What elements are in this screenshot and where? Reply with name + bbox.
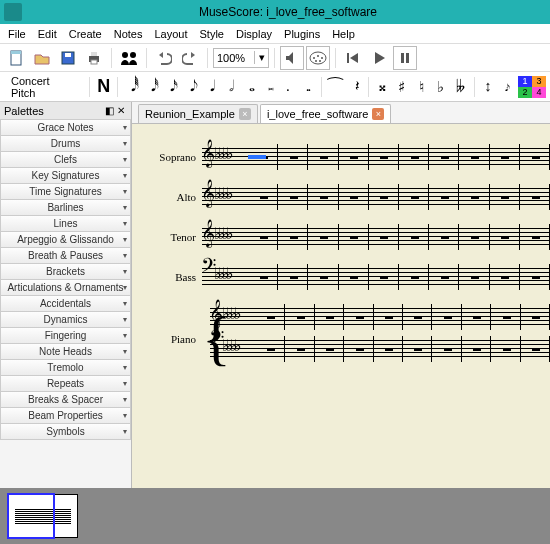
palette-time-signatures[interactable]: Time Signatures▾ xyxy=(0,184,131,200)
app-icon xyxy=(4,3,22,21)
palette-grace-notes[interactable]: Grace Notes▾ xyxy=(0,120,131,136)
menu-plugins[interactable]: Plugins xyxy=(278,26,326,42)
close-icon[interactable]: × xyxy=(372,108,384,120)
chevron-down-icon: ▾ xyxy=(123,139,127,148)
palette-note-heads[interactable]: Note Heads▾ xyxy=(0,344,131,360)
zoom-combo[interactable]: ▾ xyxy=(213,48,269,68)
palette-breath-pauses[interactable]: Breath & Pauses▾ xyxy=(0,248,131,264)
voice-2[interactable]: 2 xyxy=(518,87,532,98)
duration-32nd[interactable]: 𝅘𝅥𝅰 xyxy=(141,75,160,99)
palette-lines[interactable]: Lines▾ xyxy=(0,216,131,232)
community-button[interactable] xyxy=(117,46,141,70)
chevron-down-icon: ▾ xyxy=(123,411,127,420)
titlebar: MuseScore: i_love_free_software xyxy=(0,0,550,24)
print-button[interactable] xyxy=(82,46,106,70)
midi-button[interactable] xyxy=(306,46,330,70)
chevron-down-icon: ▾ xyxy=(123,171,127,180)
new-file-button[interactable] xyxy=(4,46,28,70)
sound-button[interactable] xyxy=(280,46,304,70)
palette-beam-properties[interactable]: Beam Properties▾ xyxy=(0,408,131,424)
svg-point-8 xyxy=(130,52,136,58)
svg-rect-15 xyxy=(347,53,349,63)
sharp-button[interactable]: ♯ xyxy=(392,75,411,99)
concert-pitch-button[interactable]: Concert Pitch xyxy=(4,72,79,102)
natural-button[interactable]: ♮ xyxy=(412,75,431,99)
svg-rect-1 xyxy=(11,51,21,54)
palette-clefs[interactable]: Clefs▾ xyxy=(0,152,131,168)
undo-button[interactable] xyxy=(152,46,176,70)
palette-accidentals[interactable]: Accidentals▾ xyxy=(0,296,131,312)
rewind-button[interactable] xyxy=(341,46,365,70)
chevron-down-icon: ▾ xyxy=(123,379,127,388)
note-input-button[interactable]: N xyxy=(94,75,113,99)
open-file-button[interactable] xyxy=(30,46,54,70)
palettes-undock-icon[interactable]: ◧ xyxy=(103,105,115,117)
palette-brackets[interactable]: Brackets▾ xyxy=(0,264,131,280)
appoggiatura-button[interactable]: 𝆔 xyxy=(498,75,517,99)
palette-symbols[interactable]: Symbols▾ xyxy=(0,424,131,440)
double-dot-button[interactable]: .. xyxy=(298,75,317,99)
duration-half[interactable]: 𝅗𝅥 xyxy=(220,75,239,99)
palette-repeats[interactable]: Repeats▾ xyxy=(0,376,131,392)
voice-1[interactable]: 1 xyxy=(518,76,532,87)
chevron-down-icon: ▾ xyxy=(123,187,127,196)
play-button[interactable] xyxy=(367,46,391,70)
dot-button[interactable]: . xyxy=(279,75,298,99)
menu-help[interactable]: Help xyxy=(326,26,361,42)
tab-i_love_free_software[interactable]: i_love_free_software× xyxy=(260,104,392,123)
double-flat-button[interactable]: 𝄫 xyxy=(451,75,470,99)
svg-point-9 xyxy=(310,52,326,64)
menu-notes[interactable]: Notes xyxy=(108,26,149,42)
duration-8th[interactable]: 𝅘𝅥𝅮 xyxy=(181,75,200,99)
menu-layout[interactable]: Layout xyxy=(148,26,193,42)
flip-button[interactable]: ↕ xyxy=(479,75,498,99)
pause-button[interactable] xyxy=(393,46,417,70)
chevron-down-icon: ▾ xyxy=(123,315,127,324)
redo-button[interactable] xyxy=(178,46,202,70)
chevron-down-icon: ▾ xyxy=(123,299,127,308)
palette-dynamics[interactable]: Dynamics▾ xyxy=(0,312,131,328)
palette-fingering[interactable]: Fingering▾ xyxy=(0,328,131,344)
menu-file[interactable]: File xyxy=(2,26,32,42)
note-toolbar: Concert Pitch N 𝅘𝅥𝅱 𝅘𝅥𝅰 𝅘𝅥𝅯 𝅘𝅥𝅮 𝅘𝅥 𝅗𝅥 𝅝 … xyxy=(0,72,550,102)
menu-create[interactable]: Create xyxy=(63,26,108,42)
flat-button[interactable]: ♭ xyxy=(432,75,451,99)
double-sharp-button[interactable]: 𝄪 xyxy=(373,75,392,99)
chevron-down-icon: ▾ xyxy=(123,427,127,436)
palette-articulations-ornaments[interactable]: Articulations & Ornaments▾ xyxy=(0,280,131,296)
menu-style[interactable]: Style xyxy=(194,26,230,42)
navigator[interactable] xyxy=(0,488,550,544)
menu-display[interactable]: Display xyxy=(230,26,278,42)
duration-16th[interactable]: 𝅘𝅥𝅯 xyxy=(161,75,180,99)
navigator-page-thumb[interactable] xyxy=(8,494,78,538)
zoom-input[interactable] xyxy=(214,52,254,64)
svg-point-11 xyxy=(317,55,319,57)
duration-whole[interactable]: 𝅝 xyxy=(239,75,258,99)
duration-64th[interactable]: 𝅘𝅥𝅱 xyxy=(122,75,141,99)
svg-rect-16 xyxy=(401,53,404,63)
duration-breve[interactable]: 𝅜 xyxy=(259,75,278,99)
voice-4[interactable]: 4 xyxy=(532,87,546,98)
navigator-viewport[interactable] xyxy=(7,493,55,539)
palette-tremolo[interactable]: Tremolo▾ xyxy=(0,360,131,376)
palette-breaks-spacer[interactable]: Breaks & Spacer▾ xyxy=(0,392,131,408)
tie-button[interactable]: ⁀ xyxy=(326,75,345,99)
score-canvas[interactable]: Soprano𝄞♭♭♭♭Alto𝄞♭♭♭♭Tenor𝄞♭♭♭♭Bass𝄢♭♭♭♭… xyxy=(132,124,550,488)
voice-3[interactable]: 3 xyxy=(532,76,546,87)
voice-selector[interactable]: 1 3 2 4 xyxy=(518,76,546,98)
rest-button[interactable]: 𝄽 xyxy=(345,75,364,99)
chevron-down-icon: ▾ xyxy=(123,283,127,292)
menu-edit[interactable]: Edit xyxy=(32,26,63,42)
palettes-header: Palettes ◧ ✕ xyxy=(0,102,131,120)
duration-quarter[interactable]: 𝅘𝅥 xyxy=(200,75,219,99)
zoom-dropdown-icon[interactable]: ▾ xyxy=(254,51,268,64)
palette-key-signatures[interactable]: Key Signatures▾ xyxy=(0,168,131,184)
close-icon[interactable]: × xyxy=(239,108,251,120)
save-button[interactable] xyxy=(56,46,80,70)
tabstrip: Reunion_Example×i_love_free_software× xyxy=(132,102,550,124)
tab-reunion_example[interactable]: Reunion_Example× xyxy=(138,104,258,123)
palette-barlines[interactable]: Barlines▾ xyxy=(0,200,131,216)
palette-drums[interactable]: Drums▾ xyxy=(0,136,131,152)
palette-arpeggio-glissando[interactable]: Arpeggio & Glissando▾ xyxy=(0,232,131,248)
palettes-close-icon[interactable]: ✕ xyxy=(115,105,127,117)
